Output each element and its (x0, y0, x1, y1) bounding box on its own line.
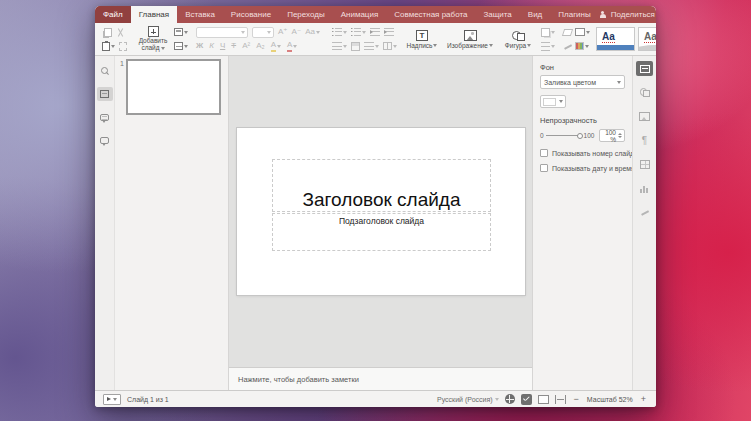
theme-tile-grey[interactable]: Aa (638, 27, 656, 51)
tab-home[interactable]: Главная (131, 6, 177, 23)
search-button[interactable] (97, 64, 113, 78)
background-color-picker[interactable] (540, 95, 566, 108)
tab-animation[interactable]: Анимация (333, 6, 387, 23)
title-placeholder-text: Заголовок слайда (302, 190, 460, 211)
tab-insert[interactable]: Вставка (177, 6, 223, 23)
select-button[interactable] (119, 42, 127, 51)
opacity-slider-row: 0 100 100 % (540, 129, 625, 142)
change-case-button[interactable]: Аа (305, 27, 320, 37)
share-button[interactable]: Поделиться (599, 6, 656, 23)
comments-button[interactable] (97, 110, 113, 124)
decrease-font-button[interactable]: А⁻ (292, 27, 302, 37)
language-selector[interactable]: Русский (Россия) (437, 396, 499, 403)
opacity-slider-knob[interactable] (577, 133, 583, 139)
slide-canvas[interactable]: Заголовок слайда Подзаголовок слайда (237, 128, 525, 295)
background-fill-select[interactable]: Заливка цветом (540, 75, 625, 89)
cut-button[interactable] (116, 28, 125, 37)
bullets-button[interactable] (332, 28, 347, 36)
spin-up-icon[interactable] (618, 133, 622, 135)
numbering-button[interactable] (351, 28, 366, 36)
insert-image-button[interactable]: Изображение (445, 30, 495, 49)
tab-transitions[interactable]: Переходы (279, 6, 333, 23)
document-language-icon[interactable] (505, 394, 515, 404)
status-bar-right: Русский (Россия) − Масштаб 52% + (437, 394, 648, 405)
chat-button[interactable] (97, 133, 113, 147)
paste-button[interactable] (102, 42, 115, 51)
tab-plugins[interactable]: Плагины (550, 6, 598, 23)
slide-reset-button[interactable] (174, 42, 188, 50)
spin-down-icon[interactable] (618, 136, 622, 138)
show-slide-number-checkbox[interactable]: Показывать номер слайда (540, 149, 625, 157)
show-date-time-checkbox[interactable]: Показывать дату и время (540, 164, 625, 172)
signature-settings-tab[interactable] (636, 205, 653, 220)
decrease-indent-button[interactable] (370, 28, 380, 36)
zoom-in-button[interactable]: + (639, 394, 648, 404)
bold-button[interactable]: Ж (196, 41, 203, 51)
color-scheme-button[interactable] (575, 42, 589, 50)
tab-file[interactable]: Файл (95, 6, 131, 23)
opacity-value-spinner[interactable]: 100 % (599, 129, 625, 142)
vertical-align-button[interactable] (351, 42, 360, 51)
tab-draw[interactable]: Рисование (223, 6, 279, 23)
horizontal-align-button[interactable] (332, 42, 347, 50)
notes-area[interactable]: Нажмите, чтобы добавить заметки (229, 367, 532, 390)
slide-settings-tab[interactable] (636, 61, 653, 76)
opacity-max-label: 100 (584, 132, 595, 139)
increase-indent-button[interactable] (384, 28, 394, 36)
columns-button[interactable] (383, 42, 397, 50)
subtitle-placeholder[interactable]: Подзаголовок слайда (272, 213, 491, 251)
highlight-color-button[interactable]: А (271, 40, 281, 52)
spellcheck-icon[interactable] (521, 394, 532, 405)
fit-to-slide-icon[interactable] (538, 395, 549, 404)
thumbnail-number: 1 (120, 60, 124, 67)
insert-shape-button[interactable]: Фигура (498, 30, 538, 49)
subscript-button[interactable]: А₂ (256, 41, 264, 51)
clear-style-button[interactable] (563, 29, 572, 36)
paragraph-group (328, 25, 398, 53)
horizontal-align-icon (332, 42, 342, 50)
italic-button[interactable]: К (209, 41, 214, 51)
table-settings-tab[interactable] (636, 157, 653, 172)
title-placeholder[interactable]: Заголовок слайда (272, 159, 491, 212)
clipboard-group (98, 25, 131, 53)
font-size-combo[interactable] (252, 27, 274, 38)
slide-group: Добавить слайд (131, 25, 192, 53)
font-name-combo[interactable] (196, 27, 248, 38)
image-settings-tab[interactable] (636, 109, 653, 124)
opacity-slider[interactable] (546, 132, 582, 139)
align-shape-button[interactable] (541, 42, 555, 51)
tab-protection[interactable]: Защита (475, 6, 519, 23)
slide-settings-panel: Фон Заливка цветом Непрозрачность 0 100 … (532, 56, 632, 390)
slide-counter: Слайд 1 из 1 (127, 396, 169, 403)
select-icon (119, 42, 127, 51)
copy-style-button[interactable] (563, 42, 572, 50)
slide-size-button[interactable] (575, 28, 590, 36)
show-date-time-label: Показывать дату и время (552, 165, 635, 172)
copy-button[interactable] (102, 28, 112, 37)
font-color-button[interactable]: А (287, 40, 297, 52)
theme-tile-blue[interactable]: Aa (596, 27, 635, 51)
fit-to-width-icon[interactable] (555, 395, 566, 404)
tab-view[interactable]: Вид (520, 6, 550, 23)
superscript-button[interactable]: А² (242, 41, 250, 51)
strikethrough-button[interactable]: Ŧ (231, 41, 236, 51)
workspace: 1 Заголовок слайда Подзаголовок слайда Н… (95, 56, 656, 390)
underline-button[interactable]: Ч (220, 41, 225, 51)
line-spacing-button[interactable] (364, 42, 379, 50)
slide-layout-button[interactable] (174, 28, 188, 36)
eraser-icon (562, 29, 573, 36)
share-label: Поделиться (611, 10, 655, 19)
slides-panel-button[interactable] (97, 87, 113, 101)
start-slideshow-button[interactable] (103, 394, 121, 405)
slide-thumbnail[interactable] (126, 59, 221, 115)
paragraph-settings-tab[interactable]: ¶ (636, 133, 653, 148)
zoom-out-button[interactable]: − (572, 394, 581, 404)
tab-collaboration[interactable]: Совместная работа (386, 6, 475, 23)
increase-font-button[interactable]: А⁺ (278, 27, 288, 37)
shape-settings-tab[interactable] (636, 85, 653, 100)
arrange-shape-button[interactable] (541, 28, 555, 37)
insert-textbox-button[interactable]: Т Надпись (402, 30, 442, 49)
chart-settings-tab[interactable] (636, 181, 653, 196)
add-slide-button[interactable]: Добавить слайд (135, 26, 171, 52)
play-icon (107, 397, 111, 401)
